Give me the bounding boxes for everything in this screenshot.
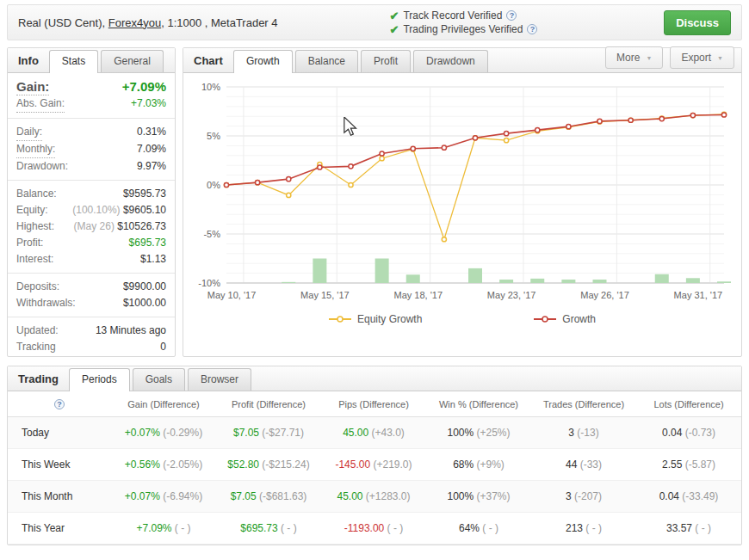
verification-label: Track Record Verified <box>403 9 502 22</box>
info-value: 0 <box>160 339 166 355</box>
help-icon[interactable]: ? <box>54 399 65 409</box>
cell-difference-value: (-$215.24) <box>259 458 310 471</box>
tab-browser[interactable]: Browser <box>188 368 251 391</box>
info-value: $9900.00 <box>123 279 166 295</box>
cell-main-value: 2.55 <box>662 458 682 471</box>
info-value-note: (May 26) <box>74 220 118 232</box>
cell-difference-value: (+43.0) <box>368 427 405 439</box>
cell-difference-value: (-$681.63) <box>257 490 307 502</box>
cell-difference-value: (+219.0) <box>370 458 412 471</box>
info-label: Interest: <box>16 251 53 268</box>
value-cell: 0.04 (-33.49) <box>636 481 741 513</box>
cell-difference-value: (+25%) <box>474 427 510 439</box>
cell-main-value: 3 <box>566 490 572 502</box>
info-group: Gain:+7.09%Abs. Gain:+7.03% <box>8 73 175 119</box>
export-dropdown-button[interactable]: Export ▼ <box>670 46 734 69</box>
info-label: Deposits: <box>16 279 59 295</box>
value-cell: +7.09% ( - ) <box>111 513 216 545</box>
info-row: Equity:(100.10%) $9605.10 <box>16 202 166 218</box>
cell-difference-value: (+37%) <box>474 490 510 502</box>
value-cell: $7.05 (-$681.63) <box>216 481 321 513</box>
info-row: Balance:$9595.73 <box>16 186 166 202</box>
info-value: +7.09% <box>122 78 166 95</box>
info-panel-title: Info <box>8 49 49 72</box>
value-cell: 33.57 ( - ) <box>636 513 741 545</box>
cell-main-value: 100% <box>447 490 474 502</box>
info-label: Tracking <box>16 339 56 355</box>
table-row: Today+0.07% (-0.29%)$7.05 (-$27.71)45.00… <box>8 417 741 449</box>
trading-panel-title: Trading <box>8 367 69 391</box>
info-group: Balance:$9595.73Equity:(100.10%) $9605.1… <box>8 181 175 274</box>
cell-difference-value: (-33.49) <box>679 490 718 502</box>
period-label: Today <box>8 417 111 449</box>
cell-difference-value: (-6.94%) <box>160 490 202 502</box>
info-row: Deposits:$9900.00 <box>16 279 166 295</box>
info-label: Gain: <box>16 78 49 95</box>
broker-link[interactable]: Forex4you <box>108 16 161 29</box>
value-cell: +0.07% (-6.94%) <box>111 481 216 513</box>
info-row: Profit:$695.73 <box>16 235 166 251</box>
page: Real (USD Cent), Forex4you, 1:1000 , Met… <box>0 0 749 550</box>
tab-balance[interactable]: Balance <box>295 50 358 72</box>
cell-difference-value: (-0.29%) <box>160 427 202 439</box>
info-label: Equity: <box>16 202 48 218</box>
tab-growth[interactable]: Growth <box>233 50 293 73</box>
cell-difference-value: (-2.05%) <box>160 458 202 471</box>
cell-difference-value: ( - ) <box>480 522 498 534</box>
value-cell: 0.04 (-0.73) <box>636 417 741 449</box>
value-cell: $7.05 (-$27.71) <box>216 417 321 449</box>
info-group: Deposits:$9900.00Withdrawals:$1000.00 <box>8 274 175 317</box>
tab-general[interactable]: General <box>101 50 164 72</box>
svg-text:May 18, '17: May 18, '17 <box>393 290 443 300</box>
chart-panel: Chart Growth Balance Profit Drawdown Mor… <box>183 47 742 357</box>
growth-chart[interactable]: 10%5%0%-5%-10%May 10, '17May 15, '17May … <box>183 73 741 308</box>
info-value: $1.13 <box>140 251 166 268</box>
more-dropdown-button[interactable]: More ▼ <box>605 46 663 69</box>
table-row: This Week+0.56% (-2.05%)$52.80 (-$215.24… <box>8 449 741 481</box>
account-summary: Real (USD Cent), Forex4you, 1:1000 , Met… <box>18 16 278 29</box>
info-label: Drawdown: <box>16 158 68 175</box>
info-label: Balance: <box>16 186 57 202</box>
help-icon[interactable]: ? <box>527 24 537 34</box>
cell-main-value: -1193.00 <box>344 522 384 534</box>
svg-text:5%: 5% <box>207 131 220 141</box>
cell-main-value: $7.05 <box>233 427 259 439</box>
info-row: Monthly:7.09% <box>16 141 166 158</box>
export-label: Export <box>681 52 711 64</box>
discuss-button[interactable]: Discuss <box>664 10 731 35</box>
cell-difference-value: (+9%) <box>474 458 504 471</box>
period-label: This Month <box>8 481 111 513</box>
cell-main-value: -145.00 <box>335 458 370 471</box>
chart-svg[interactable]: 10%5%0%-5%-10%May 10, '17May 15, '17May … <box>187 80 738 305</box>
legend-item[interactable]: Equity Growth <box>329 313 422 325</box>
info-label: Withdrawals: <box>16 295 76 311</box>
column-header-pips: Pips (Difference) <box>321 391 426 417</box>
tab-periods[interactable]: Periods <box>69 368 130 391</box>
legend-item[interactable]: Growth <box>534 313 596 325</box>
cell-difference-value: ( - ) <box>384 522 403 534</box>
cell-difference-value: (-207) <box>572 490 602 502</box>
account-details-text: , 1:1000 , MetaTrader 4 <box>161 16 277 29</box>
info-value: 7.09% <box>137 141 166 157</box>
legend-marker-icon <box>534 315 556 323</box>
tab-drawdown[interactable]: Drawdown <box>413 50 488 72</box>
info-row: Updated:13 Minutes ago <box>16 323 166 339</box>
trading-privileges-verified-badge: ✔ Trading Privileges Verified ? <box>390 23 538 35</box>
svg-text:May 31, '17: May 31, '17 <box>674 290 723 300</box>
chart-legend: Equity GrowthGrowth <box>183 308 741 334</box>
check-icon: ✔ <box>390 10 399 22</box>
svg-text:-5%: -5% <box>203 229 220 239</box>
cell-difference-value: ( - ) <box>692 522 711 534</box>
svg-text:10%: 10% <box>201 82 220 92</box>
tab-profit[interactable]: Profit <box>361 50 411 72</box>
cell-difference-value: (-5.87) <box>682 458 715 471</box>
tab-stats[interactable]: Stats <box>49 50 98 73</box>
period-label: This Year <box>8 513 111 545</box>
legend-marker-icon <box>329 315 351 323</box>
tab-goals[interactable]: Goals <box>133 368 185 391</box>
info-row: Interest:$1.13 <box>16 251 166 268</box>
help-icon[interactable]: ? <box>506 10 517 21</box>
info-label: Daily: <box>16 124 42 141</box>
cell-main-value: $52.80 <box>227 458 259 471</box>
value-cell: $52.80 (-$215.24) <box>216 449 321 481</box>
